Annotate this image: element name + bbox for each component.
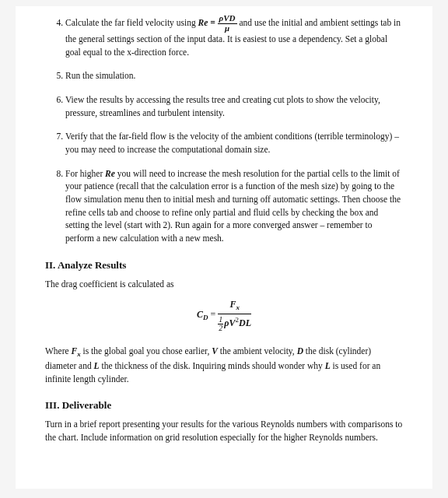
- one-half: 1 2: [218, 316, 223, 332]
- symbol-d: D: [297, 346, 303, 356]
- fraction-rhoVD-mu: ρVD μ: [218, 14, 237, 33]
- equation-lhs: CD: [197, 309, 211, 320]
- text: Calculate the far field velocity using: [65, 18, 198, 27]
- document-page: Calculate the far field velocity using R…: [16, 6, 432, 489]
- paragraph: Where Fx is the global goal you chose ea…: [45, 345, 403, 386]
- list-item: For higher Re you will need to increase …: [65, 167, 403, 245]
- reynolds-symbol: Re: [105, 169, 115, 178]
- fraction-denominator: μ: [218, 24, 237, 33]
- fraction-numerator: ρVD: [218, 14, 237, 24]
- text: you will need to increase the mesh resol…: [65, 169, 401, 243]
- equation-fraction: Fx 1 2 ρV2DL: [218, 299, 251, 332]
- drag-coefficient-equation: CD = Fx 1 2 ρV2DL: [45, 299, 403, 332]
- list-item: View the results by accessing the result…: [65, 93, 403, 119]
- list-item: Calculate the far field velocity using R…: [65, 14, 403, 58]
- fraction-numerator: Fx: [218, 299, 251, 314]
- instruction-list: Calculate the far field velocity using R…: [45, 14, 403, 245]
- symbol-v: V: [212, 346, 218, 356]
- symbol-l: L: [325, 361, 331, 370]
- equals-sign: =: [211, 309, 219, 320]
- text: Verify that the far-field flow is the ve…: [65, 132, 399, 154]
- symbol-fx: Fx: [72, 346, 81, 356]
- symbol-l: L: [94, 361, 100, 370]
- section-heading-analyze: II. Analyze Results: [45, 259, 403, 272]
- text: Run the simulation.: [65, 71, 135, 80]
- list-item: Verify that the far-field flow is the ve…: [65, 130, 403, 156]
- paragraph: The drag coefficient is calculated as: [45, 278, 403, 291]
- reynolds-symbol: Re =: [198, 18, 215, 27]
- section-heading-deliverable: III. Deliverable: [45, 399, 403, 412]
- list-item: Run the simulation.: [65, 69, 403, 82]
- paragraph: Turn in a brief report presenting your r…: [45, 418, 403, 444]
- fraction-denominator: 1 2 ρV2DL: [218, 314, 251, 332]
- text: For higher: [65, 169, 105, 178]
- text: View the results by accessing the result…: [65, 95, 380, 117]
